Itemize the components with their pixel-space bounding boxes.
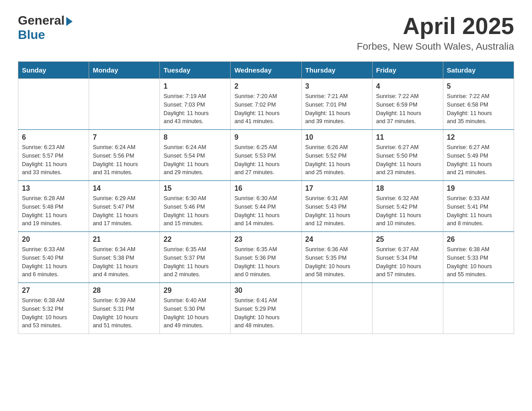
logo-general-text: General: [18, 13, 64, 28]
calendar-cell: 26Sunrise: 6:38 AM Sunset: 5:33 PM Dayli…: [443, 232, 514, 283]
calendar-cell: 16Sunrise: 6:30 AM Sunset: 5:44 PM Dayli…: [231, 181, 301, 232]
calendar-cell: 10Sunrise: 6:26 AM Sunset: 5:52 PM Dayli…: [301, 130, 372, 181]
calendar-cell: 18Sunrise: 6:32 AM Sunset: 5:42 PM Dayli…: [372, 181, 443, 232]
day-info: Sunrise: 6:35 AM Sunset: 5:37 PM Dayligh…: [163, 245, 227, 279]
calendar-cell: 24Sunrise: 6:36 AM Sunset: 5:35 PM Dayli…: [301, 232, 372, 283]
day-number: 30: [234, 287, 297, 295]
weekday-header-tuesday: Tuesday: [160, 62, 231, 79]
day-number: 20: [22, 235, 85, 244]
calendar-cell: 5Sunrise: 7:22 AM Sunset: 6:58 PM Daylig…: [443, 79, 514, 130]
day-number: 25: [376, 235, 439, 244]
day-info: Sunrise: 6:36 AM Sunset: 5:35 PM Dayligh…: [305, 245, 369, 279]
calendar-cell: 20Sunrise: 6:33 AM Sunset: 5:40 PM Dayli…: [18, 232, 89, 283]
day-number: 7: [93, 133, 156, 141]
calendar-cell: 9Sunrise: 6:25 AM Sunset: 5:53 PM Daylig…: [231, 130, 301, 181]
day-number: 15: [163, 184, 227, 193]
day-number: 17: [305, 184, 369, 193]
day-number: 5: [447, 82, 510, 90]
logo: General Blue: [18, 13, 73, 42]
day-number: 16: [234, 184, 297, 193]
calendar-cell: 28Sunrise: 6:39 AM Sunset: 5:31 PM Dayli…: [89, 283, 160, 334]
day-info: Sunrise: 6:24 AM Sunset: 5:54 PM Dayligh…: [163, 143, 227, 177]
calendar-week-1: 6Sunrise: 6:23 AM Sunset: 5:57 PM Daylig…: [18, 130, 514, 181]
day-info: Sunrise: 6:33 AM Sunset: 5:40 PM Dayligh…: [22, 245, 85, 279]
page-title: April 2025: [357, 13, 514, 39]
day-number: 21: [93, 235, 156, 244]
day-info: Sunrise: 7:22 AM Sunset: 6:59 PM Dayligh…: [376, 92, 439, 126]
day-info: Sunrise: 6:24 AM Sunset: 5:56 PM Dayligh…: [93, 143, 156, 177]
day-number: 2: [234, 82, 297, 90]
weekday-header-wednesday: Wednesday: [231, 62, 301, 79]
day-number: 14: [93, 184, 156, 193]
day-number: 18: [376, 184, 439, 193]
day-number: 11: [376, 133, 439, 141]
calendar-cell: 22Sunrise: 6:35 AM Sunset: 5:37 PM Dayli…: [160, 232, 231, 283]
calendar-cell: 23Sunrise: 6:35 AM Sunset: 5:36 PM Dayli…: [231, 232, 301, 283]
day-info: Sunrise: 6:34 AM Sunset: 5:38 PM Dayligh…: [93, 245, 156, 279]
day-info: Sunrise: 6:32 AM Sunset: 5:42 PM Dayligh…: [376, 194, 439, 228]
day-info: Sunrise: 7:20 AM Sunset: 7:02 PM Dayligh…: [234, 92, 297, 126]
day-info: Sunrise: 6:27 AM Sunset: 5:50 PM Dayligh…: [376, 143, 439, 177]
page-subtitle: Forbes, New South Wales, Australia: [357, 41, 514, 52]
day-info: Sunrise: 6:31 AM Sunset: 5:43 PM Dayligh…: [305, 194, 369, 228]
calendar-week-2: 13Sunrise: 6:28 AM Sunset: 5:48 PM Dayli…: [18, 181, 514, 232]
calendar-cell: 29Sunrise: 6:40 AM Sunset: 5:30 PM Dayli…: [160, 283, 231, 334]
day-info: Sunrise: 6:25 AM Sunset: 5:53 PM Dayligh…: [234, 143, 297, 177]
day-number: 26: [447, 235, 510, 244]
weekday-header-saturday: Saturday: [443, 62, 514, 79]
day-info: Sunrise: 6:26 AM Sunset: 5:52 PM Dayligh…: [305, 143, 369, 177]
day-info: Sunrise: 6:28 AM Sunset: 5:48 PM Dayligh…: [22, 194, 85, 228]
logo-arrow-icon: [66, 17, 73, 26]
day-info: Sunrise: 6:30 AM Sunset: 5:44 PM Dayligh…: [234, 194, 297, 228]
calendar-week-0: 1Sunrise: 7:19 AM Sunset: 7:03 PM Daylig…: [18, 79, 514, 130]
calendar-cell: 19Sunrise: 6:33 AM Sunset: 5:41 PM Dayli…: [443, 181, 514, 232]
day-info: Sunrise: 6:33 AM Sunset: 5:41 PM Dayligh…: [447, 194, 510, 228]
calendar-cell: 25Sunrise: 6:37 AM Sunset: 5:34 PM Dayli…: [372, 232, 443, 283]
calendar-cell: 15Sunrise: 6:30 AM Sunset: 5:46 PM Dayli…: [160, 181, 231, 232]
calendar-cell: 21Sunrise: 6:34 AM Sunset: 5:38 PM Dayli…: [89, 232, 160, 283]
day-number: 19: [447, 184, 510, 193]
day-number: 24: [305, 235, 369, 244]
calendar-cell: 27Sunrise: 6:38 AM Sunset: 5:32 PM Dayli…: [18, 283, 89, 334]
calendar-cell: [18, 79, 89, 130]
day-info: Sunrise: 6:30 AM Sunset: 5:46 PM Dayligh…: [163, 194, 227, 228]
calendar-body: 1Sunrise: 7:19 AM Sunset: 7:03 PM Daylig…: [18, 79, 514, 334]
calendar-cell: 6Sunrise: 6:23 AM Sunset: 5:57 PM Daylig…: [18, 130, 89, 181]
day-number: 10: [305, 133, 369, 141]
day-number: 23: [234, 235, 297, 244]
day-info: Sunrise: 6:37 AM Sunset: 5:34 PM Dayligh…: [376, 245, 439, 279]
calendar-cell: 8Sunrise: 6:24 AM Sunset: 5:54 PM Daylig…: [160, 130, 231, 181]
day-info: Sunrise: 7:19 AM Sunset: 7:03 PM Dayligh…: [163, 92, 227, 126]
day-info: Sunrise: 7:22 AM Sunset: 6:58 PM Dayligh…: [447, 92, 510, 126]
calendar-cell: 30Sunrise: 6:41 AM Sunset: 5:29 PM Dayli…: [231, 283, 301, 334]
day-info: Sunrise: 6:35 AM Sunset: 5:36 PM Dayligh…: [234, 245, 297, 279]
calendar-cell: 3Sunrise: 7:21 AM Sunset: 7:01 PM Daylig…: [301, 79, 372, 130]
day-number: 28: [93, 287, 156, 295]
calendar-cell: [443, 283, 514, 334]
weekday-header-thursday: Thursday: [301, 62, 372, 79]
calendar-cell: [301, 283, 372, 334]
day-info: Sunrise: 6:40 AM Sunset: 5:30 PM Dayligh…: [163, 296, 227, 330]
calendar-header: SundayMondayTuesdayWednesdayThursdayFrid…: [18, 62, 514, 79]
day-number: 3: [305, 82, 369, 90]
calendar-cell: [372, 283, 443, 334]
calendar-table: SundayMondayTuesdayWednesdayThursdayFrid…: [18, 61, 514, 334]
day-number: 4: [376, 82, 439, 90]
day-number: 9: [234, 133, 297, 141]
day-info: Sunrise: 6:38 AM Sunset: 5:32 PM Dayligh…: [22, 296, 85, 330]
day-number: 13: [22, 184, 85, 193]
calendar-cell: 12Sunrise: 6:27 AM Sunset: 5:49 PM Dayli…: [443, 130, 514, 181]
calendar-cell: 11Sunrise: 6:27 AM Sunset: 5:50 PM Dayli…: [372, 130, 443, 181]
day-info: Sunrise: 6:29 AM Sunset: 5:47 PM Dayligh…: [93, 194, 156, 228]
day-info: Sunrise: 6:41 AM Sunset: 5:29 PM Dayligh…: [234, 296, 297, 330]
weekday-header-friday: Friday: [372, 62, 443, 79]
calendar-week-4: 27Sunrise: 6:38 AM Sunset: 5:32 PM Dayli…: [18, 283, 514, 334]
calendar-cell: 14Sunrise: 6:29 AM Sunset: 5:47 PM Dayli…: [89, 181, 160, 232]
title-section: April 2025 Forbes, New South Wales, Aust…: [357, 13, 514, 52]
day-number: 8: [163, 133, 227, 141]
day-info: Sunrise: 6:27 AM Sunset: 5:49 PM Dayligh…: [447, 143, 510, 177]
calendar-cell: 17Sunrise: 6:31 AM Sunset: 5:43 PM Dayli…: [301, 181, 372, 232]
weekday-header-sunday: Sunday: [18, 62, 89, 79]
calendar-cell: 7Sunrise: 6:24 AM Sunset: 5:56 PM Daylig…: [89, 130, 160, 181]
calendar-cell: 4Sunrise: 7:22 AM Sunset: 6:59 PM Daylig…: [372, 79, 443, 130]
